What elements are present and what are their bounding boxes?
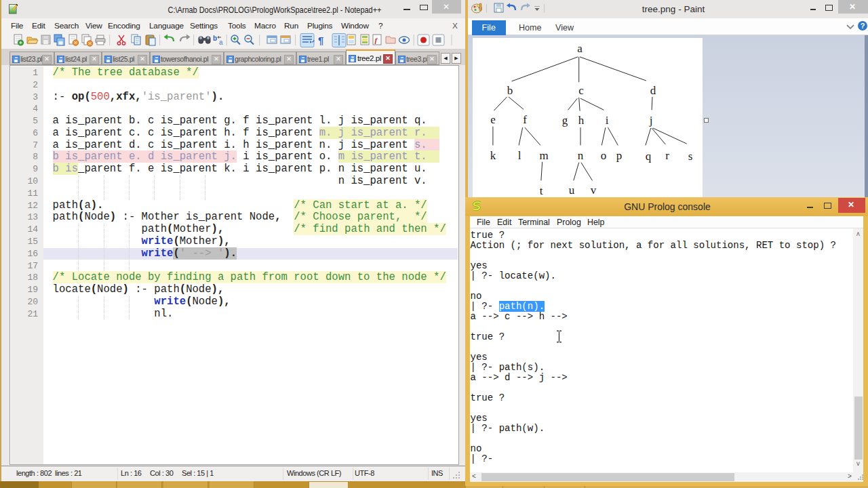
svg-text:j: j bbox=[649, 114, 653, 127]
svg-text:i: i bbox=[606, 114, 609, 127]
svg-text:d: d bbox=[650, 84, 656, 97]
svg-text:u: u bbox=[569, 184, 575, 197]
svg-text:b: b bbox=[507, 84, 513, 97]
svg-text:v: v bbox=[591, 184, 597, 197]
svg-text:g: g bbox=[562, 114, 568, 127]
svg-text:e: e bbox=[490, 113, 496, 126]
svg-text:r: r bbox=[665, 149, 669, 162]
svg-text:n: n bbox=[578, 149, 584, 162]
svg-text:c: c bbox=[578, 84, 584, 97]
svg-text:s: s bbox=[688, 150, 693, 163]
svg-text:p: p bbox=[616, 149, 623, 162]
svg-text:f: f bbox=[523, 113, 527, 126]
svg-text:b: b bbox=[213, 35, 217, 42]
svg-text:o: o bbox=[601, 149, 607, 162]
svg-text:k: k bbox=[490, 149, 496, 162]
svg-text:h: h bbox=[578, 114, 585, 127]
svg-text:q: q bbox=[646, 150, 652, 163]
svg-text:t: t bbox=[540, 184, 543, 197]
svg-text:¶: ¶ bbox=[318, 35, 323, 46]
svg-text:l: l bbox=[518, 149, 521, 162]
svg-text:a: a bbox=[219, 39, 223, 46]
svg-text:a: a bbox=[577, 42, 583, 55]
svg-text:m: m bbox=[539, 149, 548, 162]
